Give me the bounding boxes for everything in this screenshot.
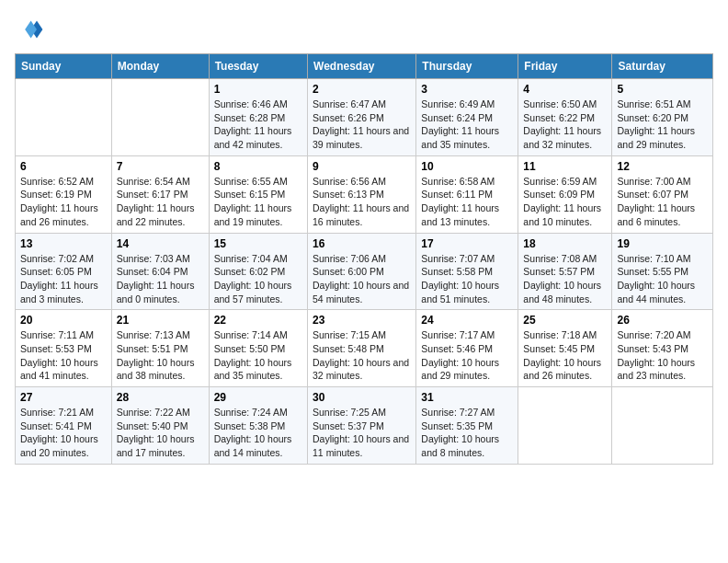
calendar-cell: 18 Sunrise: 7:08 AM Sunset: 5:57 PM Dayl…: [518, 233, 612, 310]
sunset-text: Sunset: 5:46 PM: [421, 343, 493, 354]
daylight-text: Daylight: 11 hours and 42 minutes.: [214, 125, 292, 150]
calendar-cell: 11 Sunrise: 6:59 AM Sunset: 6:09 PM Dayl…: [518, 155, 612, 233]
day-number: 30: [313, 391, 411, 404]
daylight-text: Daylight: 10 hours and 20 minutes.: [20, 433, 98, 458]
sunrise-text: Sunrise: 7:11 AM: [20, 329, 94, 340]
day-number: 21: [117, 314, 204, 327]
sunset-text: Sunset: 5:43 PM: [617, 343, 688, 354]
calendar-week-row: 27 Sunrise: 7:21 AM Sunset: 5:41 PM Dayl…: [16, 387, 713, 465]
day-number: 1: [214, 83, 302, 96]
sunset-text: Sunset: 6:28 PM: [214, 112, 286, 123]
sunrise-text: Sunrise: 6:56 AM: [313, 176, 386, 187]
daylight-text: Daylight: 11 hours and 35 minutes.: [421, 125, 499, 150]
day-info: Sunrise: 6:54 AM Sunset: 6:17 PM Dayligh…: [117, 175, 204, 229]
day-info: Sunrise: 7:07 AM Sunset: 5:58 PM Dayligh…: [421, 252, 513, 306]
daylight-text: Daylight: 11 hours and 26 minutes.: [20, 202, 98, 227]
sunrise-text: Sunrise: 7:27 AM: [421, 407, 495, 418]
day-info: Sunrise: 6:47 AM Sunset: 6:26 PM Dayligh…: [313, 98, 411, 152]
sunset-text: Sunset: 5:57 PM: [523, 266, 595, 277]
sunset-text: Sunset: 6:02 PM: [214, 266, 286, 277]
sunrise-text: Sunrise: 6:58 AM: [421, 176, 495, 187]
day-number: 2: [313, 83, 411, 96]
sunrise-text: Sunrise: 6:52 AM: [20, 176, 94, 187]
sunset-text: Sunset: 6:20 PM: [617, 112, 688, 123]
calendar-table: SundayMondayTuesdayWednesdayThursdayFrid…: [15, 53, 713, 465]
daylight-text: Daylight: 10 hours and 32 minutes.: [313, 357, 409, 382]
calendar-cell: 5 Sunrise: 6:51 AM Sunset: 6:20 PM Dayli…: [612, 79, 713, 156]
sunset-text: Sunset: 6:22 PM: [523, 112, 595, 123]
calendar-cell: 21 Sunrise: 7:13 AM Sunset: 5:51 PM Dayl…: [111, 310, 209, 387]
daylight-text: Daylight: 10 hours and 54 minutes.: [313, 280, 409, 304]
daylight-text: Daylight: 10 hours and 23 minutes.: [617, 357, 695, 382]
sunrise-text: Sunrise: 7:14 AM: [214, 329, 288, 340]
day-number: 22: [214, 314, 302, 327]
calendar-cell: 1 Sunrise: 6:46 AM Sunset: 6:28 PM Dayli…: [209, 79, 307, 156]
calendar-cell: [518, 387, 612, 465]
daylight-text: Daylight: 10 hours and 29 minutes.: [421, 357, 499, 382]
calendar-cell: 7 Sunrise: 6:54 AM Sunset: 6:17 PM Dayli…: [111, 155, 209, 233]
sunrise-text: Sunrise: 7:02 AM: [20, 253, 94, 264]
sunset-text: Sunset: 5:45 PM: [523, 343, 595, 354]
day-number: 27: [20, 391, 107, 404]
logo: [15, 15, 48, 44]
logo-icon: [15, 15, 44, 44]
sunset-text: Sunset: 5:55 PM: [617, 266, 688, 277]
sunset-text: Sunset: 5:50 PM: [214, 343, 286, 354]
day-number: 16: [313, 237, 411, 250]
calendar-cell: 24 Sunrise: 7:17 AM Sunset: 5:46 PM Dayl…: [416, 310, 518, 387]
calendar-cell: 12 Sunrise: 7:00 AM Sunset: 6:07 PM Dayl…: [612, 155, 713, 233]
day-number: 5: [617, 83, 708, 96]
day-info: Sunrise: 7:15 AM Sunset: 5:48 PM Dayligh…: [313, 328, 411, 383]
sunrise-text: Sunrise: 7:15 AM: [313, 329, 386, 340]
day-info: Sunrise: 6:56 AM Sunset: 6:13 PM Dayligh…: [313, 175, 411, 229]
day-number: 25: [523, 314, 607, 327]
calendar-cell: [16, 79, 112, 156]
sunset-text: Sunset: 6:09 PM: [523, 189, 595, 200]
day-number: 14: [117, 237, 204, 250]
sunrise-text: Sunrise: 7:24 AM: [214, 407, 288, 418]
day-info: Sunrise: 7:20 AM Sunset: 5:43 PM Dayligh…: [617, 328, 708, 383]
daylight-text: Daylight: 11 hours and 29 minutes.: [617, 125, 695, 150]
sunset-text: Sunset: 6:00 PM: [313, 266, 384, 277]
day-info: Sunrise: 7:24 AM Sunset: 5:38 PM Dayligh…: [214, 406, 302, 460]
daylight-text: Daylight: 11 hours and 19 minutes.: [214, 202, 292, 227]
day-header: Saturday: [612, 54, 713, 79]
day-info: Sunrise: 7:04 AM Sunset: 6:02 PM Dayligh…: [214, 252, 302, 306]
daylight-text: Daylight: 10 hours and 35 minutes.: [214, 357, 292, 382]
day-info: Sunrise: 6:55 AM Sunset: 6:15 PM Dayligh…: [214, 175, 302, 229]
sunset-text: Sunset: 6:15 PM: [214, 189, 286, 200]
day-number: 9: [313, 160, 411, 173]
day-info: Sunrise: 6:52 AM Sunset: 6:19 PM Dayligh…: [20, 175, 107, 229]
day-info: Sunrise: 7:00 AM Sunset: 6:07 PM Dayligh…: [617, 175, 708, 229]
calendar-cell: 17 Sunrise: 7:07 AM Sunset: 5:58 PM Dayl…: [416, 233, 518, 310]
calendar-cell: 6 Sunrise: 6:52 AM Sunset: 6:19 PM Dayli…: [16, 155, 112, 233]
daylight-text: Daylight: 10 hours and 44 minutes.: [617, 280, 695, 304]
daylight-text: Daylight: 10 hours and 41 minutes.: [20, 357, 98, 382]
day-number: 19: [617, 237, 708, 250]
day-number: 18: [523, 237, 607, 250]
daylight-text: Daylight: 10 hours and 8 minutes.: [421, 433, 499, 458]
day-number: 3: [421, 83, 513, 96]
sunset-text: Sunset: 6:11 PM: [421, 189, 493, 200]
calendar-cell: 22 Sunrise: 7:14 AM Sunset: 5:50 PM Dayl…: [209, 310, 307, 387]
sunrise-text: Sunrise: 6:51 AM: [617, 98, 690, 109]
day-number: 10: [421, 160, 513, 173]
day-info: Sunrise: 7:14 AM Sunset: 5:50 PM Dayligh…: [214, 328, 302, 383]
day-info: Sunrise: 7:11 AM Sunset: 5:53 PM Dayligh…: [20, 328, 107, 383]
day-info: Sunrise: 7:27 AM Sunset: 5:35 PM Dayligh…: [421, 406, 513, 460]
sunrise-text: Sunrise: 7:18 AM: [523, 329, 597, 340]
sunset-text: Sunset: 5:38 PM: [214, 420, 286, 431]
day-number: 29: [214, 391, 302, 404]
calendar-cell: 9 Sunrise: 6:56 AM Sunset: 6:13 PM Dayli…: [308, 155, 416, 233]
day-header: Monday: [111, 54, 209, 79]
sunset-text: Sunset: 5:58 PM: [421, 266, 493, 277]
calendar-cell: [111, 79, 209, 156]
daylight-text: Daylight: 10 hours and 14 minutes.: [214, 433, 292, 458]
sunset-text: Sunset: 6:04 PM: [117, 266, 188, 277]
calendar-cell: 23 Sunrise: 7:15 AM Sunset: 5:48 PM Dayl…: [308, 310, 416, 387]
day-header: Tuesday: [209, 54, 307, 79]
sunrise-text: Sunrise: 7:21 AM: [20, 407, 94, 418]
calendar-cell: 13 Sunrise: 7:02 AM Sunset: 6:05 PM Dayl…: [16, 233, 112, 310]
sunset-text: Sunset: 6:05 PM: [20, 266, 92, 277]
sunset-text: Sunset: 5:48 PM: [313, 343, 384, 354]
